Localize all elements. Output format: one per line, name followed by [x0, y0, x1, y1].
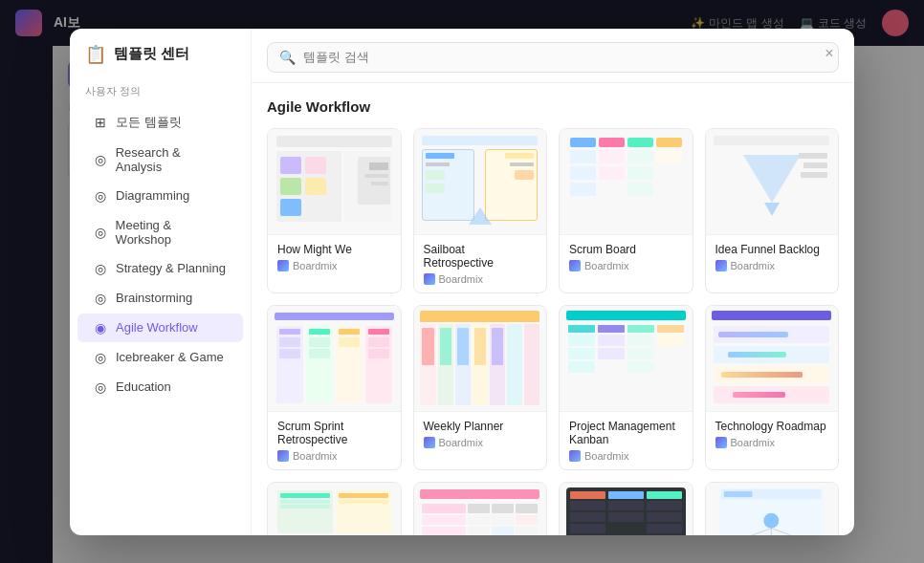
template-preview-weekly: [414, 306, 547, 411]
template-preview-mad-sad-glad: [560, 483, 693, 535]
boardmix-icon-1: [277, 260, 289, 271]
template-name-3: Scrum Board: [569, 243, 683, 256]
sidebar-item-research[interactable]: ◎ Research & Analysis: [77, 139, 243, 181]
boardmix-icon-4: [715, 260, 727, 271]
template-info-weekly: Weekly Planner Boardmix: [414, 411, 547, 456]
circle-icon-research: ◎: [93, 152, 108, 167]
template-info-kanban: Project Management Kanban Boardmix: [560, 411, 693, 469]
boardmix-icon-7: [569, 450, 581, 462]
template-source-1: Boardmix: [277, 260, 391, 271]
template-card-how-might-we[interactable]: How Might We Boardmix: [267, 128, 402, 293]
template-card-kanban[interactable]: Project Management Kanban Boardmix: [559, 305, 693, 470]
section-title: Agile Workflow: [267, 98, 839, 115]
template-info-funnel: Idea Funnel Backlog Boardmix: [706, 234, 839, 279]
template-name-4: Idea Funnel Backlog: [715, 243, 829, 256]
template-source-2: Boardmix: [424, 273, 538, 285]
template-source-7: Boardmix: [569, 450, 683, 462]
circle-icon-brainstorm: ◎: [93, 291, 108, 306]
template-preview-cisco: [706, 483, 839, 535]
template-card-weekly-planner[interactable]: Weekly Planner Boardmix: [413, 305, 548, 470]
boardmix-icon-5: [277, 450, 289, 462]
sidebar-item-agile[interactable]: ◉ Agile Workflow: [77, 314, 243, 342]
modal-overlay: × 📋 템플릿 센터 사용자 정의 ⊞ 모든 템플릿 ◎ Research & …: [0, 0, 924, 563]
sidebar-item-education[interactable]: ◎ Education: [77, 373, 243, 401]
template-preview-sailboat: [414, 129, 547, 234]
template-preview-how-might-we: [268, 129, 401, 234]
template-source-8: Boardmix: [715, 437, 829, 448]
svg-point-1: [764, 513, 780, 529]
template-name-2: Sailboat Retrospective: [424, 243, 538, 270]
template-card-fmea[interactable]: FMEA Boardmix: [413, 482, 548, 535]
template-preview-4ls: [268, 483, 401, 535]
template-card-roadmap[interactable]: Technology Roadmap Boardmix: [705, 305, 840, 470]
boardmix-icon-8: [715, 437, 727, 448]
sidebar-item-diagramming[interactable]: ◎ Diagramming: [77, 182, 243, 210]
boardmix-icon-2: [424, 273, 435, 285]
template-card-sailboat[interactable]: Sailboat Retrospective Boardmix: [413, 128, 548, 293]
template-info-sprint-retro: Scrum Sprint Retrospective Boardmix: [268, 411, 401, 469]
template-main-content: 🔍 Agile Workflow: [252, 29, 854, 535]
template-card-4ls[interactable]: 4 L's Retrospective Boardmix: [267, 482, 402, 535]
close-button[interactable]: ×: [818, 42, 841, 65]
template-card-mad-sad-glad[interactable]: Mad Sad Glad Boardmix: [559, 482, 693, 535]
circle-icon-diagram: ◎: [93, 188, 108, 204]
template-source-6: Boardmix: [424, 437, 538, 448]
template-card-sprint-retro[interactable]: Scrum Sprint Retrospective Boardmix: [267, 305, 402, 470]
template-name-7: Project Management Kanban: [569, 420, 683, 446]
search-bar: 🔍: [252, 29, 854, 83]
templates-grid: How Might We Boardmix: [267, 128, 839, 535]
template-name-5: Scrum Sprint Retrospective: [277, 420, 391, 446]
template-card-cisco[interactable]: Cisco Network Topology Boardmix: [705, 482, 840, 535]
template-card-scrum-board[interactable]: Scrum Board Boardmix: [559, 128, 693, 293]
sidebar-item-strategy[interactable]: ◎ Strategy & Planning: [77, 254, 243, 283]
template-icon: 📋: [85, 44, 106, 65]
user-section-label: 사용자 정의: [70, 80, 251, 106]
sidebar-item-meeting[interactable]: ◎ Meeting & Workshop: [77, 211, 243, 253]
template-source-3: Boardmix: [569, 260, 683, 271]
template-info-roadmap: Technology Roadmap Boardmix: [706, 411, 839, 456]
template-info-sailboat: Sailboat Retrospective Boardmix: [414, 234, 547, 292]
template-preview-sprint-retro: [268, 306, 401, 411]
search-input[interactable]: [303, 50, 826, 64]
network-diagram-svg: [712, 487, 831, 535]
template-preview-scrum: [560, 129, 693, 234]
template-preview-roadmap: [706, 306, 839, 411]
template-info-how-might-we: How Might We Boardmix: [268, 234, 401, 279]
template-info-scrum: Scrum Board Boardmix: [560, 234, 693, 279]
template-name-6: Weekly Planner: [424, 420, 538, 433]
sidebar-item-all-templates[interactable]: ⊞ 모든 템플릿: [77, 107, 243, 138]
circle-icon-strategy: ◎: [93, 261, 108, 276]
sidebar-item-icebreaker[interactable]: ◎ Icebreaker & Game: [77, 343, 243, 372]
boardmix-icon-6: [424, 437, 435, 448]
boardmix-icon-3: [569, 260, 581, 271]
template-preview-funnel: [706, 129, 839, 234]
circle-icon-edu: ◎: [93, 379, 108, 395]
template-content-area: Agile Workflow: [252, 83, 854, 535]
search-wrap[interactable]: 🔍: [267, 42, 839, 73]
circle-icon-meeting: ◎: [93, 225, 108, 240]
template-source-5: Boardmix: [277, 450, 391, 462]
search-icon: 🔍: [279, 50, 296, 65]
template-preview-kanban: [560, 306, 693, 411]
circle-icon-ice: ◎: [93, 350, 108, 365]
svg-rect-17: [724, 491, 753, 497]
template-name-1: How Might We: [277, 243, 391, 256]
grid-icon: ⊞: [93, 115, 108, 130]
sidebar-header: 📋 템플릿 센터: [70, 44, 251, 80]
template-center-modal: × 📋 템플릿 센터 사용자 정의 ⊞ 모든 템플릿 ◎ Research & …: [70, 29, 854, 535]
template-card-funnel[interactable]: Idea Funnel Backlog Boardmix: [705, 128, 840, 293]
sidebar-item-brainstorming[interactable]: ◎ Brainstorming: [77, 284, 243, 313]
circle-icon-agile: ◉: [93, 320, 108, 336]
template-name-8: Technology Roadmap: [715, 420, 829, 433]
template-preview-fmea: [414, 483, 547, 535]
template-sidebar: 📋 템플릿 센터 사용자 정의 ⊞ 모든 템플릿 ◎ Research & An…: [70, 29, 252, 535]
template-source-4: Boardmix: [715, 260, 829, 271]
